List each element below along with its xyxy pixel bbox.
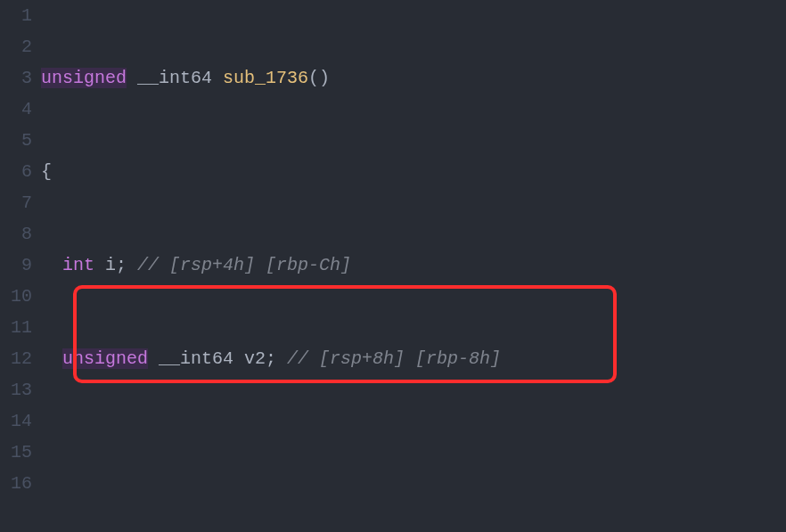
- code-editor[interactable]: 1 2 3 4 5 6 7 8 9 10 11 12 13 14 15 16 u…: [0, 0, 786, 532]
- line-number: 11: [0, 312, 32, 343]
- line-number: 5: [0, 125, 32, 156]
- line-number: 2: [0, 31, 32, 62]
- line-number: 6: [0, 156, 32, 187]
- keyword-type: unsigned: [62, 348, 148, 369]
- line-number: 16: [0, 468, 32, 499]
- line-number: 14: [0, 405, 32, 437]
- line-number: 7: [0, 187, 32, 218]
- line-number: 3: [0, 62, 32, 94]
- line-number: 15: [0, 437, 32, 468]
- line-number: 12: [0, 343, 32, 374]
- code-line[interactable]: {: [41, 156, 786, 187]
- function-name: sub_1736: [223, 68, 308, 88]
- code-line[interactable]: unsigned __int64 v2; // [rsp+8h] [rbp-8h…: [41, 343, 786, 374]
- line-number: 9: [0, 250, 32, 281]
- code-line[interactable]: unsigned __int64 sub_1736(): [41, 62, 786, 94]
- keyword-type: unsigned: [41, 68, 127, 88]
- line-number: 10: [0, 281, 32, 312]
- comment: // [rsp+4h] [rbp-Ch]: [137, 255, 351, 275]
- line-number: 8: [0, 218, 32, 250]
- comment: // [rsp+8h] [rbp-8h]: [287, 348, 501, 369]
- code-line[interactable]: int i; // [rsp+4h] [rbp-Ch]: [41, 250, 786, 281]
- keyword-type: int: [62, 255, 94, 275]
- line-number: 13: [0, 374, 32, 405]
- line-number: 1: [0, 0, 32, 31]
- line-number-gutter: 1 2 3 4 5 6 7 8 9 10 11 12 13 14 15 16: [0, 0, 37, 532]
- code-line[interactable]: [41, 437, 786, 468]
- line-number: 4: [0, 94, 32, 125]
- code-area[interactable]: unsigned __int64 sub_1736() { int i; // …: [37, 0, 786, 532]
